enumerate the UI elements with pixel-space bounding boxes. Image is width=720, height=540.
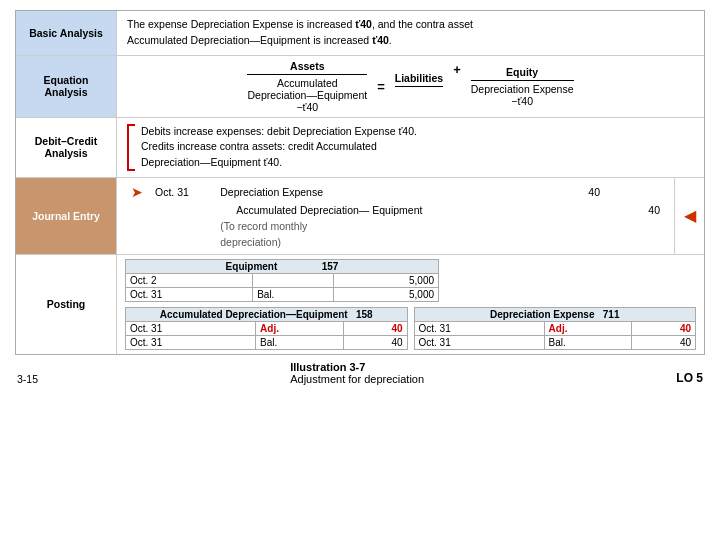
journal-entry-label: Journal Entry <box>16 178 116 254</box>
basic-analysis-row: Basic Analysis The expense Depreciation … <box>16 11 704 56</box>
accum-label-1: Adj. <box>256 321 344 335</box>
basic-analysis-label: Basic Analysis <box>16 11 116 55</box>
journal-amount-3 <box>544 218 604 234</box>
journal-entry-2: Accumulated Depreciation— Equipment <box>216 202 544 218</box>
journal-spacer <box>127 202 151 218</box>
journal-date-4 <box>151 234 216 250</box>
depr-date-1: Oct. 31 <box>414 321 544 335</box>
journal-entry-row: Journal Entry ➤ Oct. 31 Depreciation Exp… <box>16 178 704 255</box>
journal-entry-3: (To record monthly <box>216 218 544 234</box>
journal-arrow-cell: ➤ <box>127 182 151 202</box>
debit-credit-label: Debit–Credit Analysis <box>16 118 116 177</box>
equipment-table: Equipment 157 Oct. 2 5,000 Oc <box>125 259 439 302</box>
footer-center: Illustration 3-7 Adjustment for deprecia… <box>290 361 424 385</box>
equip-amount-2: 5,000 <box>334 287 439 301</box>
journal-entry-1: Depreciation Expense <box>216 182 544 202</box>
journal-entry-content: ➤ Oct. 31 Depreciation Expense 40 Accumu… <box>116 178 674 254</box>
equipment-header: Equipment 157 <box>126 259 439 273</box>
debit-credit-content: Debits increase expenses: debit Deprecia… <box>116 118 704 177</box>
accum-depr-section: Accumulated Depreciation—Equipment 158 O… <box>125 307 408 350</box>
journal-date-3 <box>151 218 216 234</box>
assets-section: Assets Accumulated Depreciation—Equipmen… <box>247 60 367 113</box>
equation-row: Assets Accumulated Depreciation—Equipmen… <box>127 60 694 113</box>
equip-label-2: Bal. <box>253 287 334 301</box>
journal-row-4: depreciation) <box>127 234 664 250</box>
posting-row: Posting Equipment 157 <box>16 255 704 354</box>
equip-label-1 <box>253 273 334 287</box>
equipment-row-2: Oct. 31 Bal. 5,000 <box>126 287 439 301</box>
journal-credit-3 <box>604 218 664 234</box>
equip-date-1: Oct. 2 <box>126 273 253 287</box>
equity-section: Equity Depreciation Expense −ť40 <box>471 66 574 107</box>
equation-analysis-content: Assets Accumulated Depreciation—Equipmen… <box>116 56 704 117</box>
depr-exp-row-2: Oct. 31 Bal. 40 <box>414 335 696 349</box>
journal-credit-1 <box>604 182 664 202</box>
journal-amount-debit-2 <box>544 202 604 218</box>
accum-depr-row-2: Oct. 31 Bal. 40 <box>126 335 408 349</box>
journal-amount-2: 40 <box>604 202 664 218</box>
journal-credit-4 <box>604 234 664 250</box>
depr-date-2: Oct. 31 <box>414 335 544 349</box>
depr-amount-1: 40 <box>632 321 696 335</box>
journal-row-2: Accumulated Depreciation— Equipment 40 <box>127 202 664 218</box>
journal-row-1: ➤ Oct. 31 Depreciation Expense 40 <box>127 182 664 202</box>
accum-depr-header-row: Accumulated Depreciation—Equipment 158 <box>126 307 408 321</box>
journal-spacer-2 <box>127 218 151 234</box>
journal-entry-4: depreciation) <box>216 234 544 250</box>
depr-exp-row-1: Oct. 31 Adj. 40 <box>414 321 696 335</box>
arrow-left-icon: ◀ <box>684 206 696 225</box>
accum-date-2: Oct. 31 <box>126 335 256 349</box>
posting-content: Equipment 157 Oct. 2 5,000 Oc <box>116 255 704 354</box>
liabilities-section: Liabilities <box>395 72 443 101</box>
footer: 3-15 Illustration 3-7 Adjustment for dep… <box>15 361 705 385</box>
posting-label: Posting <box>16 255 116 354</box>
equipment-header-row: Equipment 157 <box>126 259 439 273</box>
accum-depr-header: Accumulated Depreciation—Equipment 158 <box>126 307 408 321</box>
journal-amount-4 <box>544 234 604 250</box>
depr-exp-header: Depreciation Expense 711 <box>414 307 696 321</box>
journal-row-3: (To record monthly <box>127 218 664 234</box>
equipment-row-1: Oct. 2 5,000 <box>126 273 439 287</box>
bracket-container: Debits increase expenses: debit Deprecia… <box>127 124 694 171</box>
posting-bottom-row: Accumulated Depreciation—Equipment 158 O… <box>125 307 696 350</box>
accum-label-2: Bal. <box>256 335 344 349</box>
right-arrow-container: ◀ <box>674 178 704 254</box>
accum-amount-2: 40 <box>344 335 408 349</box>
page: Basic Analysis The expense Depreciation … <box>0 0 720 540</box>
equation-analysis-row: Equation Analysis Assets Accumulated Dep… <box>16 56 704 118</box>
depr-amount-2: 40 <box>632 335 696 349</box>
footer-left: 3-15 <box>17 373 38 385</box>
footer-lo: LO 5 <box>676 371 703 385</box>
arrow-right-icon: ➤ <box>131 184 143 200</box>
journal-date-1: Oct. 31 <box>151 182 216 202</box>
journal-date-2 <box>151 202 216 218</box>
accum-date-1: Oct. 31 <box>126 321 256 335</box>
debit-credit-row: Debit–Credit Analysis Debits increase ex… <box>16 118 704 178</box>
depr-expense-section: Depreciation Expense 711 Oct. 31 Adj. 40 <box>414 307 697 350</box>
accum-depr-table: Accumulated Depreciation—Equipment 158 O… <box>125 307 408 350</box>
depr-expense-table: Depreciation Expense 711 Oct. 31 Adj. 40 <box>414 307 697 350</box>
equip-date-2: Oct. 31 <box>126 287 253 301</box>
journal-spacer-3 <box>127 234 151 250</box>
bracket-left <box>127 124 135 171</box>
accum-amount-1: 40 <box>344 321 408 335</box>
basic-analysis-content: The expense Depreciation Expense is incr… <box>116 11 704 55</box>
journal-amount-1: 40 <box>544 182 604 202</box>
equation-analysis-label: Equation Analysis <box>16 56 116 117</box>
main-container: Basic Analysis The expense Depreciation … <box>15 10 705 355</box>
equip-amount-1: 5,000 <box>334 273 439 287</box>
depr-exp-header-row: Depreciation Expense 711 <box>414 307 696 321</box>
accum-depr-row-1: Oct. 31 Adj. 40 <box>126 321 408 335</box>
equipment-section: Equipment 157 Oct. 2 5,000 Oc <box>125 259 696 302</box>
depr-label-1: Adj. <box>544 321 632 335</box>
journal-table: ➤ Oct. 31 Depreciation Expense 40 Accumu… <box>127 182 664 250</box>
debit-text: Debits increase expenses: debit Deprecia… <box>141 124 417 171</box>
depr-label-2: Bal. <box>544 335 632 349</box>
